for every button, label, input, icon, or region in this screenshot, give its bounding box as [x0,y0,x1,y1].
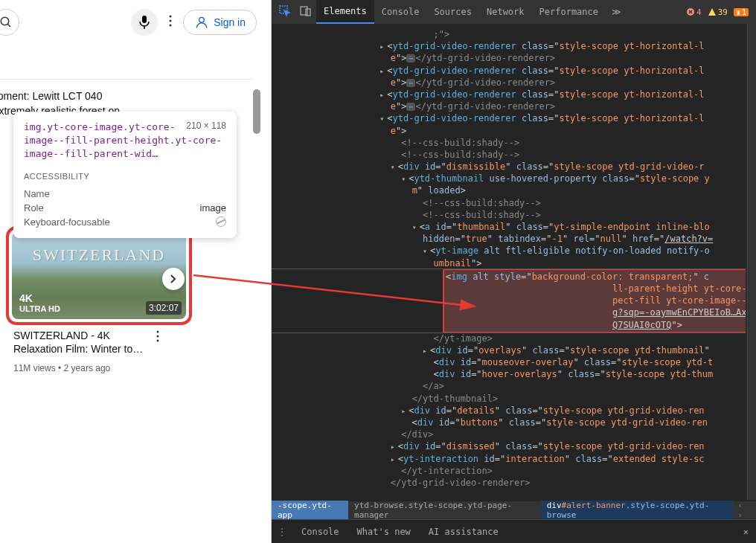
tab-sources[interactable]: Sources [426,0,479,24]
tooltip-dimensions: 210 × 118 [186,121,226,131]
more-tabs-icon[interactable]: ≫ [606,7,627,17]
accessibility-name-row: Name [24,187,226,201]
svg-point-5 [170,20,172,22]
video-options-icon[interactable] [156,330,159,345]
breadcrumb-item[interactable]: ytd-browse.style-scope.ytd-page-manager [348,501,541,520]
devtools-header: Elements Console Sources Network Perform… [272,0,756,24]
accessibility-keyboard-row: Keyboard-focusable [24,215,226,229]
video-title[interactable]: SWITZERLAND - 4K Relaxation Film: Winter… [13,329,155,356]
accessibility-heading: ACCESSIBILITY [24,172,226,181]
svg-point-7 [199,17,205,22]
tab-network[interactable]: Network [479,0,532,24]
drawer-tab-ai[interactable]: AI assistance [420,527,507,537]
svg-rect-2 [142,16,147,23]
right-docked-panel[interactable] [747,24,756,500]
tab-console[interactable]: Console [374,0,427,24]
sign-in-label: Sign in [214,16,246,28]
drawer-menu-icon[interactable]: ⋮ [272,527,292,537]
device-toolbar-icon[interactable] [295,5,316,19]
svg-point-4 [170,16,172,18]
selected-dom-node[interactable]: <img alt style="background-color: transp… [443,269,756,333]
inspect-element-icon[interactable] [275,5,295,19]
thumbnail-overlay-text: SWITZERLAND [12,245,186,265]
svg-point-10 [157,340,159,342]
search-icon[interactable] [0,9,19,36]
divider [0,79,253,80]
video-thumbnail[interactable]: SWITZERLAND 4KULTRA HD 3:02:07 [12,232,186,319]
next-button[interactable] [162,268,185,290]
tab-performance[interactable]: Performance [532,0,606,24]
thumbnail-quality-badge: 4KULTRA HD [19,292,60,313]
drawer-tab-whatsnew[interactable]: What's new [348,527,420,537]
microphone-icon[interactable] [131,9,158,36]
dom-breadcrumb[interactable]: -scope.ytd-app ytd-browse.style-scope.yt… [272,501,756,519]
youtube-top-bar: Sign in [0,0,272,45]
svg-point-8 [157,331,159,333]
status-badges: 4 39 ▮1 [686,7,753,17]
breadcrumb-nav-icon[interactable]: ‹ › [733,501,756,520]
video-meta: 11M views • 2 years ago [13,363,110,373]
error-count-badge[interactable]: 4 [686,7,702,17]
svg-point-0 [1,17,9,25]
more-options-icon[interactable] [165,11,176,33]
tab-elements[interactable]: Elements [316,0,374,24]
youtube-page-panel: Sign in ding equipment: Lewitt LCT 040 a… [0,0,272,543]
info-count-badge[interactable]: ▮1 [734,8,749,16]
breadcrumb-item-active[interactable]: div#alert-banner.style-scope.ytd-browse [541,501,734,520]
thumbnail-duration: 3:02:07 [146,301,182,315]
drawer-tab-console[interactable]: Console [292,527,348,537]
svg-point-9 [157,335,159,338]
sign-in-button[interactable]: Sign in [183,10,257,35]
drawer-close-icon[interactable]: ✕ [736,527,756,537]
scrollbar-thumb[interactable] [253,89,260,134]
dom-tree[interactable]: ;"> <ytd-grid-video-renderer class="styl… [272,24,756,500]
svg-point-6 [170,25,172,27]
accessibility-role-row: Roleimage [24,201,226,215]
not-focusable-icon [216,216,226,227]
drawer: ⋮ Console What's new AI assistance ✕ [272,519,756,543]
inspect-tooltip: 210 × 118 img.yt-core-image.yt-core-imag… [13,112,237,238]
devtools-panel: Elements Console Sources Network Perform… [272,0,756,543]
warning-count-badge[interactable]: 39 [708,7,728,17]
svg-line-1 [7,24,10,27]
breadcrumb-item[interactable]: -scope.ytd-app [272,501,348,520]
